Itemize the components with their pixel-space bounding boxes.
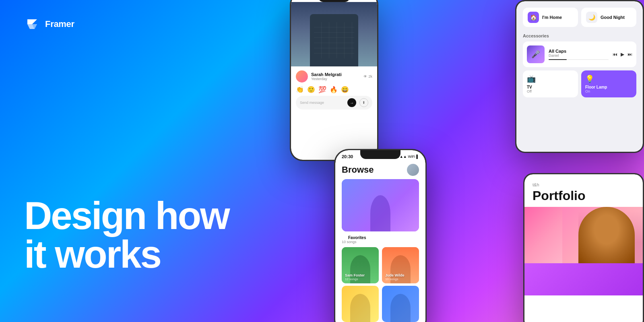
message-placeholder: Send message: [300, 101, 344, 105]
artist-2-name: Jude Wilde: [385, 273, 404, 277]
emoji-smile[interactable]: 🙂: [307, 86, 315, 93]
artist-1-name: Sam Foster: [345, 273, 365, 277]
phone-1-content: Sarah Melgrati Yesterday 👁 2k 👏 🙂 💯 🔥 😄: [291, 66, 377, 160]
prev-button[interactable]: ⏮: [613, 52, 617, 57]
music-progress-bar: [549, 59, 609, 60]
tv-status: Off: [527, 89, 574, 93]
left-panel: Framer Design how it works: [0, 0, 274, 322]
eye-icon: 👁: [363, 74, 367, 78]
portfolio-section: [524, 263, 643, 295]
message-input-bar[interactable]: Send message → ⬆: [296, 96, 372, 109]
hero-text-block: Design how it works: [24, 196, 250, 274]
accessories-label: Accessories: [523, 33, 636, 38]
portrait-person: [578, 207, 635, 263]
portfolio-hero-image: [524, 207, 643, 263]
lamp-icon: 💡: [585, 74, 632, 83]
tv-name: TV: [527, 85, 574, 89]
music-title: All Caps: [549, 49, 609, 54]
music-artist: Daniel: [549, 54, 609, 58]
artist-1-songs: 12 songs: [345, 277, 365, 281]
tv-icon: 📺: [527, 74, 574, 83]
user-row: Sarah Melgrati Yesterday 👁 2k: [296, 70, 372, 83]
artist-2-info: Jude Wilde 10 songs: [385, 273, 404, 281]
music-thumbnail: 🎤: [527, 45, 545, 63]
home-buttons-row: 🏠 I'm Home 🌙 Good Night: [523, 8, 636, 27]
smart-home-tablet: 🏠 I'm Home 🌙 Good Night Accessories 🎤 Al…: [515, 0, 644, 153]
user-avatar[interactable]: [407, 164, 419, 176]
emoji-grin[interactable]: 😄: [341, 86, 349, 93]
phone-2-notch: [360, 150, 400, 159]
featured-person: [366, 187, 394, 231]
hero-line1: Design how: [24, 194, 229, 237]
building-graphic: [310, 14, 358, 66]
favorites-label: Favorites: [342, 235, 419, 240]
author-date: Yesterday: [311, 77, 342, 81]
tablet-1-screen: 🏠 I'm Home 🌙 Good Night Accessories 🎤 Al…: [516, 1, 643, 152]
music-thumb-image: 🎤: [527, 45, 545, 63]
phone-1-screen: Sarah Melgrati Yesterday 👁 2k 👏 🙂 💯 🔥 😄: [291, 0, 377, 160]
next-button[interactable]: ⏭: [627, 52, 632, 57]
emoji-100[interactable]: 💯: [318, 86, 326, 93]
music-controls[interactable]: ⏮ ▶ ⏭: [613, 52, 632, 57]
hero-title: Design how it works: [24, 196, 250, 274]
send-button[interactable]: →: [347, 98, 356, 107]
im-home-label: I'm Home: [542, 15, 562, 20]
hero-line2: it works: [24, 233, 161, 276]
author-details: Sarah Melgrati Yesterday: [311, 72, 342, 81]
artist-3-bg: [342, 286, 379, 322]
author-avatar: [296, 70, 308, 83]
phone-2-screen: 20:30 ▲▲▲ WiFi ▌ Browse: [335, 150, 425, 322]
artist-2-songs: 10 songs: [385, 277, 404, 281]
browse-header: Browse: [335, 161, 425, 179]
lamp-name: Floor Lamp: [585, 85, 632, 89]
view-count-value: 2k: [368, 74, 372, 78]
music-card: 🎤 All Caps Daniel ⏮ ▶ ⏭: [523, 41, 636, 67]
featured-bg: [342, 179, 419, 231]
tv-card[interactable]: 📺 TV Off: [523, 70, 578, 97]
framer-logo-icon: [24, 16, 40, 32]
status-time: 20:30: [342, 154, 353, 159]
artist-3-silhouette: [350, 294, 370, 322]
tablet-2-screen: t&h Portfolio: [524, 174, 643, 322]
right-panel: Sarah Melgrati Yesterday 👁 2k 👏 🙂 💯 🔥 😄: [242, 0, 644, 322]
play-button[interactable]: ▶: [621, 52, 624, 57]
view-count: 👁 2k: [363, 74, 372, 78]
artist-1-info: Sam Foster 12 songs: [345, 273, 365, 281]
moon-icon: 🌙: [586, 12, 597, 23]
featured-artist-card[interactable]: [342, 179, 419, 231]
artist-card-1[interactable]: Sam Foster 12 songs: [342, 247, 379, 283]
artist-card-4[interactable]: [382, 286, 419, 322]
artist-card-3[interactable]: [342, 286, 379, 322]
logo-area: Framer: [24, 16, 250, 32]
accessories-grid: 📺 TV Off 💡 Floor Lamp On: [523, 70, 636, 97]
floor-lamp-card[interactable]: 💡 Floor Lamp On: [581, 70, 636, 97]
emoji-fire[interactable]: 🔥: [330, 86, 338, 93]
battery-icon: ▌: [417, 155, 419, 159]
music-progress-fill: [549, 59, 567, 60]
portfolio-tablet: t&h Portfolio: [523, 173, 644, 322]
person-silhouette: [370, 195, 390, 231]
good-night-button[interactable]: 🌙 Good Night: [581, 8, 636, 27]
favorites-count: 10 songs: [342, 240, 419, 244]
portfolio-header: t&h Portfolio: [524, 174, 643, 207]
artist-card-2[interactable]: Jude Wilde 10 songs: [382, 247, 419, 283]
emoji-reactions: 👏 🙂 💯 🔥 😄: [296, 86, 372, 93]
artist-4-bg: [382, 286, 419, 322]
browse-title: Browse: [342, 165, 374, 175]
portfolio-brand: t&h: [533, 182, 635, 187]
favorites-section: Favorites 10 songs: [335, 235, 425, 245]
author-name: Sarah Melgrati: [311, 72, 342, 77]
emoji-clap[interactable]: 👏: [296, 86, 304, 93]
portfolio-title: Portfolio: [533, 189, 635, 203]
artists-grid: Sam Foster 12 songs Jude Wilde 10 songs: [335, 245, 425, 286]
home-icon: 🏠: [528, 12, 539, 23]
music-info: All Caps Daniel: [549, 49, 609, 60]
good-night-label: Good Night: [601, 15, 625, 20]
user-info: Sarah Melgrati Yesterday: [296, 70, 342, 83]
im-home-button[interactable]: 🏠 I'm Home: [523, 8, 578, 27]
share-button[interactable]: ⬆: [359, 98, 368, 107]
lamp-status: On: [585, 89, 632, 93]
artists-grid-row2: [335, 286, 425, 322]
phone-1-hero-image: [291, 2, 377, 66]
phone-mockup-1: Sarah Melgrati Yesterday 👁 2k 👏 🙂 💯 🔥 😄: [290, 0, 378, 161]
